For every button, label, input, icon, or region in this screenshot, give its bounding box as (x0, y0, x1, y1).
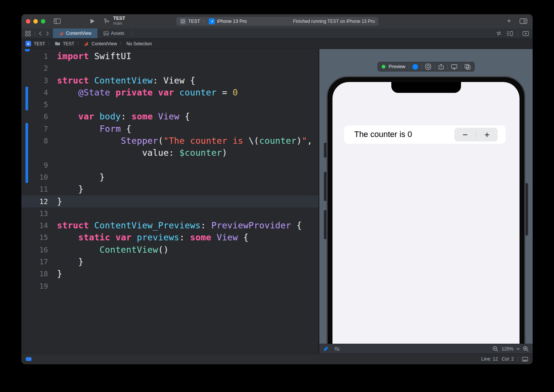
preview-pane: Preview (319, 49, 533, 353)
run-button[interactable] (90, 18, 95, 24)
minimize-window-button[interactable] (33, 19, 38, 24)
breadcrumb-group[interactable]: TEST (63, 41, 75, 46)
folder-icon (55, 42, 60, 46)
touch-bar-icon[interactable] (522, 357, 528, 362)
line-number (21, 147, 53, 159)
toggle-navigator-sidebar-icon[interactable] (54, 18, 61, 24)
code-line[interactable]: 17 } (21, 256, 319, 268)
code-line[interactable]: 6 var body: some View { (21, 110, 319, 122)
cursor-line-indicator: Line: 12 (481, 356, 498, 362)
code-line[interactable]: 14struct ContentView_Previews: PreviewPr… (21, 219, 319, 231)
code-line[interactable]: 18} (21, 268, 319, 280)
status-device-name: iPhone 13 Pro (217, 19, 247, 24)
line-number: 16 (21, 244, 53, 256)
iphone-screen: The counter is 0 − + (332, 82, 520, 344)
window-status-bar: Line: 12 Col: 2 (21, 353, 533, 364)
code-line[interactable]: 8 Stepper("The counter is \(counter)", (21, 135, 319, 147)
code-line[interactable]: 12} (21, 195, 319, 207)
divider (518, 356, 518, 362)
line-number: 17 (21, 256, 53, 268)
code-line[interactable]: 19 (21, 280, 319, 292)
preview-display-button[interactable] (451, 64, 457, 70)
go-forward-icon[interactable] (46, 31, 49, 36)
duplicate-preview-button[interactable] (464, 64, 470, 70)
code-line[interactable]: 7 Form { (21, 123, 319, 135)
pin-preview-icon[interactable] (323, 346, 329, 352)
swap-editors-icon[interactable] (496, 31, 502, 36)
chevron-separator-icon: 〉 (120, 41, 124, 46)
code-text: } (53, 183, 84, 195)
live-preview-button[interactable] (412, 64, 418, 70)
line-number: 13 (21, 207, 53, 219)
editor-options-icon[interactable] (520, 18, 527, 24)
code-line[interactable]: 1import SwiftUI (21, 50, 319, 62)
code-line[interactable]: 15 static var previews: some View { (21, 231, 319, 243)
code-line[interactable]: 11 } (21, 183, 319, 195)
minimap-options-icon[interactable] (506, 31, 513, 36)
line-number: 10 (21, 171, 53, 183)
code-line[interactable]: 3struct ContentView: View { (21, 75, 319, 86)
code-text: } (53, 195, 62, 207)
zoom-out-icon[interactable] (493, 346, 499, 352)
code-text: ContentView() (53, 244, 169, 256)
iphone-notch (391, 82, 461, 93)
tab-bar: ContentView Assets (21, 28, 533, 39)
preview-bottom-bar: 125% (319, 344, 533, 353)
divider (518, 31, 518, 36)
zoom-menu-chevron-icon[interactable] (517, 348, 520, 350)
cursor-column-indicator: Col: 2 (502, 356, 514, 362)
line-number: 5 (21, 98, 53, 110)
code-editor[interactable]: 1import SwiftUI23struct ContentView: Vie… (21, 49, 319, 353)
tab-overview-icon[interactable] (25, 31, 31, 36)
activity-status-bar[interactable]: TEST 〉 iPhone 13 Pro Finished running TE… (176, 17, 379, 26)
code-text: struct ContentView: View { (53, 75, 195, 86)
tab-contentview[interactable]: ContentView (53, 28, 97, 38)
zoom-level[interactable]: 125% (502, 346, 514, 352)
xcode-window: TEST main TEST 〉 iPhone 13 Pro Finished … (21, 14, 533, 364)
code-text: } (53, 256, 84, 268)
preview-settings-icon[interactable] (334, 347, 340, 351)
line-number: 7 (21, 123, 53, 135)
tab-assets[interactable]: Assets (97, 28, 130, 38)
breadcrumb-project[interactable]: TEST (34, 41, 45, 46)
simulator-icon (209, 18, 215, 24)
code-line[interactable]: 9 (21, 159, 319, 171)
swift-file-icon (59, 31, 64, 36)
code-line[interactable]: 10 } (21, 171, 319, 183)
code-text: static var previews: some View { (53, 231, 249, 243)
code-text (53, 159, 57, 171)
code-line[interactable]: 4 @State private var counter = 0 (21, 86, 319, 98)
scheme-name: TEST (113, 16, 125, 21)
preview-label: Preview (389, 64, 405, 69)
selectable-mode-button[interactable] (425, 64, 431, 70)
go-back-icon[interactable] (39, 31, 42, 36)
code-line[interactable]: 16 ContentView() (21, 244, 319, 256)
breadcrumb-file[interactable]: ContentView (91, 41, 117, 46)
preview-on-device-button[interactable] (438, 64, 444, 70)
line-number: 15 (21, 231, 53, 243)
code-line[interactable]: value: $counter) (21, 147, 319, 159)
line-number: 1 (21, 50, 53, 62)
scheme-selector[interactable]: TEST main (113, 16, 125, 26)
add-editor-icon[interactable] (523, 31, 529, 36)
tab-label: Assets (111, 31, 124, 36)
stepper-increment-button[interactable]: + (476, 128, 498, 142)
stepper-decrement-button[interactable]: − (454, 128, 476, 142)
code-text: @State private var counter = 0 (53, 86, 238, 98)
code-line[interactable]: 5 (21, 98, 319, 110)
status-message: Finished running TEST on iPhone 13 Pro (293, 19, 375, 24)
zoom-window-button[interactable] (41, 19, 45, 24)
code-line[interactable]: 2 (21, 62, 319, 74)
preview-running-dot (382, 65, 385, 69)
chevron-separator-icon: 〉 (48, 41, 52, 46)
library-add-button[interactable]: + (507, 17, 511, 25)
close-window-button[interactable] (26, 19, 30, 24)
zoom-in-icon[interactable] (523, 346, 529, 352)
line-number: 9 (21, 159, 53, 171)
breadcrumb-selection[interactable]: No Selection (126, 41, 152, 46)
counter-label: The counter is 0 (354, 130, 412, 139)
git-branch-icon (103, 18, 110, 25)
divider (34, 31, 35, 36)
tab-label: ContentView (66, 31, 91, 36)
code-line[interactable]: 13 (21, 207, 319, 219)
